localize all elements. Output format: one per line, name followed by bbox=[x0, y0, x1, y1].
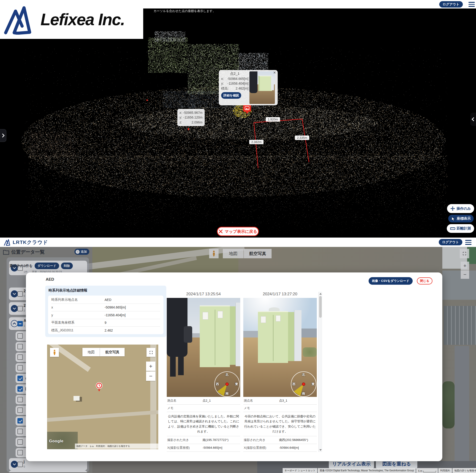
point-detail-modal: AED 画像・CSVをダウンロード 閉じる 時系列表示地点詳細情報 時系列表示地… bbox=[26, 272, 442, 461]
minimap-path bbox=[47, 410, 158, 422]
photo-person-leg bbox=[178, 356, 184, 375]
map-scale: 5 m bbox=[416, 468, 438, 473]
tool-distance-measure[interactable]: 距離計測 bbox=[447, 224, 474, 233]
report-error-link[interactable]: 地図の誤りを報告する bbox=[452, 468, 476, 473]
chevron-down-circle-icon bbox=[11, 290, 18, 298]
photo-timeline[interactable]: 2024/1/17 13:25:54 bbox=[166, 292, 322, 452]
logout-button[interactable]: ログアウト bbox=[439, 1, 463, 8]
timeseries-info-panel: 時系列表示地点詳細情報 時系列表示地点名AED x-50984.665[m] y… bbox=[45, 286, 166, 337]
lefixea-logo-icon bbox=[3, 4, 34, 35]
minimap-type-aerial-button[interactable]: 航空写真 bbox=[100, 348, 125, 356]
map-lot bbox=[442, 271, 476, 300]
add-data-button[interactable]: ↑ 追加 bbox=[74, 249, 89, 255]
left-panel-expander[interactable] bbox=[0, 129, 6, 142]
map-type-map-button[interactable]: 地図 bbox=[223, 249, 243, 258]
detail-confirm-button[interactable]: 詳細を確認 bbox=[221, 92, 241, 99]
minimap-marker[interactable] bbox=[96, 382, 103, 392]
minimap-type-map-button[interactable]: 地図 bbox=[83, 348, 100, 356]
tool-coordinate-display[interactable]: 座標表示 bbox=[448, 214, 474, 223]
x-position-label: X(撮影位置座標) bbox=[167, 446, 203, 450]
point-popup: 点2_1 x:-50984.665[m] y:-11658.404[m] 標高:… bbox=[219, 70, 278, 105]
group-checkbox-indeterminate[interactable] bbox=[17, 321, 23, 326]
app-logo: LRTKクラウド bbox=[4, 239, 48, 246]
photo-person-leg bbox=[170, 356, 176, 377]
pegman-icon bbox=[53, 350, 56, 355]
chevron-right-icon bbox=[1, 134, 5, 138]
chevron-left-icon bbox=[472, 117, 476, 121]
item-checkbox[interactable] bbox=[17, 407, 23, 413]
compass-overlay: 北 東 南 西 bbox=[214, 371, 240, 397]
group-checkbox[interactable] bbox=[17, 306, 23, 311]
data-group-row[interactable]: 20240117 5件更新：2024/1/17 11:26:21 bbox=[9, 470, 87, 472]
item-checkbox[interactable] bbox=[17, 450, 23, 455]
cursor-icon bbox=[451, 217, 455, 221]
item-checkbox[interactable] bbox=[17, 397, 23, 402]
back-to-map-button[interactable]: マップ表示に戻る bbox=[217, 227, 259, 236]
minimap-zoom-out-button[interactable]: − bbox=[146, 371, 155, 381]
minimap-report-link[interactable]: 地図の誤りを報告する bbox=[107, 445, 130, 448]
location-minimap[interactable]: 地図 航空写真 + − Google 地図データ 5 m 利用規約 地図の誤りを… bbox=[47, 345, 158, 449]
download-selected-button[interactable]: ダウンロード bbox=[35, 263, 59, 269]
download-image-csv-button[interactable]: 画像・CSVをダウンロード bbox=[369, 277, 413, 285]
map-credit: 画像 ©2024 Digital Earth Technology, Maxar… bbox=[318, 468, 416, 473]
item-checkbox[interactable] bbox=[17, 365, 23, 370]
photo-shed-door bbox=[215, 310, 215, 365]
measure-label-2: 2.335m bbox=[295, 136, 309, 140]
minimap-fullscreen-control[interactable] bbox=[147, 348, 155, 357]
survey-photo[interactable]: 北 東 南 西 bbox=[167, 298, 240, 397]
keyboard-shortcuts-link[interactable]: キーボード ショートカット bbox=[283, 468, 317, 473]
photo-poster bbox=[218, 311, 223, 318]
chevron-down-circle-icon bbox=[11, 305, 18, 312]
photo-bush bbox=[303, 347, 317, 357]
move-icon bbox=[450, 206, 455, 211]
menu-icon[interactable] bbox=[468, 2, 475, 7]
direction-value: 南西(202.56866455°) bbox=[279, 438, 308, 442]
fullscreen-control[interactable] bbox=[460, 249, 469, 258]
terms-link[interactable]: 利用規約 bbox=[438, 468, 452, 473]
thumb-person bbox=[249, 71, 257, 93]
close-icon[interactable]: × bbox=[273, 70, 276, 75]
photo-marker-pin[interactable] bbox=[243, 105, 251, 112]
pegman-icon bbox=[212, 250, 216, 257]
pegman-control[interactable] bbox=[209, 249, 219, 258]
item-checkbox-checked[interactable] bbox=[17, 376, 23, 381]
menu-icon[interactable] bbox=[465, 240, 472, 245]
x-position-value: -50984.648[m] bbox=[279, 446, 299, 449]
map-parking bbox=[444, 306, 476, 345]
x-icon bbox=[219, 229, 223, 234]
map-type-aerial-button[interactable]: 航空写真 bbox=[244, 249, 272, 258]
item-checkbox[interactable] bbox=[17, 344, 23, 349]
scroll-up-arrow[interactable] bbox=[319, 293, 322, 295]
map-zoom-in-button[interactable]: + bbox=[461, 262, 469, 270]
fullscreen-icon bbox=[462, 251, 467, 256]
close-modal-button[interactable]: 閉じる bbox=[417, 277, 432, 284]
point-photo-thumbnail[interactable] bbox=[249, 71, 275, 104]
survey-photo[interactable]: 北 東 南 西 bbox=[243, 298, 317, 397]
pegman-control[interactable] bbox=[50, 348, 59, 357]
item-checkbox[interactable] bbox=[17, 429, 23, 434]
scrollbar-thumb[interactable] bbox=[319, 296, 322, 318]
item-checkbox-checked[interactable] bbox=[17, 386, 23, 392]
group-checkbox[interactable] bbox=[17, 462, 23, 467]
modal-title: AED bbox=[46, 277, 54, 282]
photo-scrollbar[interactable] bbox=[318, 292, 322, 452]
right-panel-expander[interactable] bbox=[470, 113, 476, 126]
tool-pan-only[interactable]: 操作のみ bbox=[447, 204, 474, 213]
direction-value: 南(195.78727722°) bbox=[203, 438, 228, 442]
delete-selected-button[interactable]: 削除 bbox=[61, 263, 73, 269]
item-checkbox[interactable] bbox=[17, 439, 23, 445]
item-checkbox-checked[interactable] bbox=[17, 418, 23, 423]
minimap-zoom-in-button[interactable]: + bbox=[146, 362, 155, 371]
image-icon bbox=[245, 106, 249, 110]
pointcloud-viewer[interactable]: 1.920m 2.335m 2.382m x:-50985.967m y:-11… bbox=[0, 0, 476, 238]
map-zoom-out-button[interactable]: − bbox=[461, 270, 469, 279]
group-checkbox[interactable] bbox=[17, 291, 23, 297]
minimap-terms-link[interactable]: 利用規約 bbox=[96, 445, 105, 448]
photo-shed-side bbox=[288, 312, 294, 361]
scroll-down-arrow[interactable] bbox=[319, 449, 322, 451]
item-checkbox[interactable] bbox=[17, 333, 23, 339]
item-checkbox[interactable] bbox=[17, 354, 23, 360]
photo-vending bbox=[294, 310, 302, 361]
logout-button[interactable]: ログアウト bbox=[439, 239, 462, 245]
photo-bag bbox=[184, 326, 192, 343]
